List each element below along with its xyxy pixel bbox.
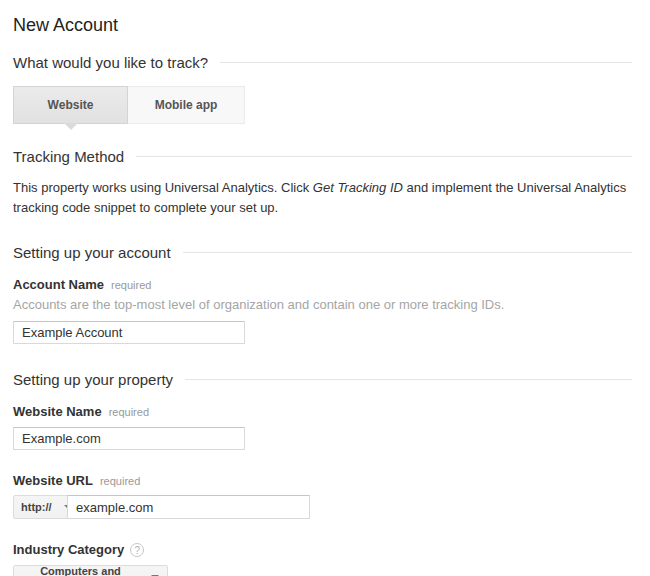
account-section-heading-row: Setting up your account [13,244,632,261]
url-protocol-value: http:// [21,501,52,513]
website-name-label: Website Name [13,404,102,419]
tracking-method-description: This property works using Universal Anal… [13,178,631,218]
website-name-input[interactable] [13,427,245,450]
industry-category-dropdown[interactable]: Computers and Electronics [13,565,168,576]
website-url-row: http:// [13,495,632,519]
account-name-label-row: Account Name required [13,277,632,292]
website-url-label-row: Website URL required [13,473,632,488]
website-url-required-badge: required [100,475,140,487]
tab-mobile-app[interactable]: Mobile app [128,86,245,124]
track-type-tabs: Website Mobile app [13,86,632,124]
tab-website[interactable]: Website [13,86,128,124]
account-section-heading: Setting up your account [13,244,171,261]
account-name-input[interactable] [13,321,245,344]
account-name-required-badge: required [111,279,151,291]
website-url-input[interactable] [67,495,310,519]
section-divider [220,62,632,63]
website-url-label: Website URL [13,473,93,488]
new-account-page: New Account What would you like to track… [0,0,650,576]
tracking-method-heading-row: Tracking Method [13,148,632,165]
track-section-heading: What would you like to track? [13,54,208,71]
selected-tab-caret-icon [64,123,78,130]
website-name-label-row: Website Name required [13,404,632,419]
website-name-required-badge: required [109,406,149,418]
account-name-label: Account Name [13,277,104,292]
description-text-before: This property works using Universal Anal… [13,180,313,195]
industry-category-value: Computers and Electronics [22,565,139,576]
section-divider [136,156,632,157]
section-divider [183,252,632,253]
track-section-heading-row: What would you like to track? [13,54,632,71]
property-section-heading-row: Setting up your property [13,371,632,388]
account-name-help-text: Accounts are the top-most level of organ… [13,296,632,313]
tracking-method-heading: Tracking Method [13,148,124,165]
industry-category-label: Industry Category [13,542,124,557]
url-protocol-dropdown[interactable]: http:// [13,495,68,519]
industry-category-label-row: Industry Category ? [13,542,632,557]
get-tracking-id-emphasis: Get Tracking ID [313,180,403,195]
section-divider [185,379,632,380]
tab-mobile-app-label: Mobile app [155,98,218,112]
page-title: New Account [13,14,632,36]
property-section-heading: Setting up your property [13,371,173,388]
tab-website-label: Website [48,98,94,112]
question-mark-help-icon[interactable]: ? [130,543,144,557]
